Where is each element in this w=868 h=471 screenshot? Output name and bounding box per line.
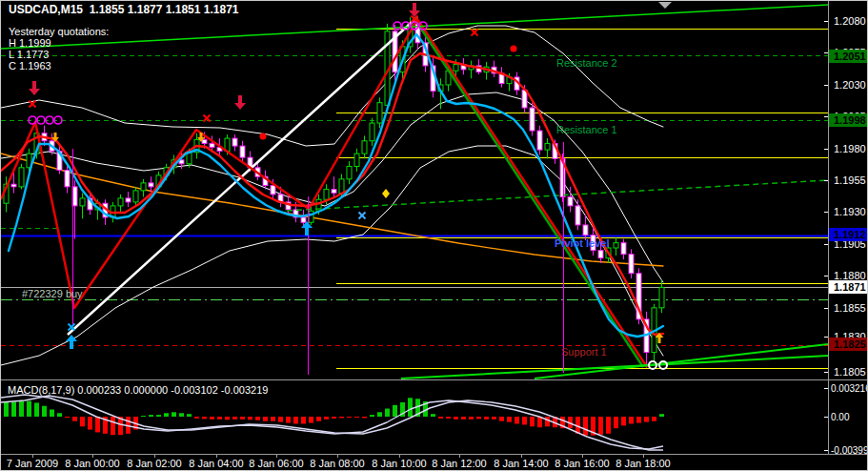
macd-bar xyxy=(179,413,184,417)
macd-axis-label: 0.00 xyxy=(831,412,850,422)
macd-bar xyxy=(286,417,291,423)
macd-bar xyxy=(255,417,260,420)
macd-bar xyxy=(484,417,489,420)
candle-bear xyxy=(522,90,527,108)
candle-bear xyxy=(210,143,214,147)
macd-bar xyxy=(88,417,92,430)
macd-bar xyxy=(431,414,435,417)
macd-bar xyxy=(263,417,268,421)
price-level-box-value: 1.1825 xyxy=(834,338,866,350)
price-axis-label: 1.1855 xyxy=(834,302,866,314)
candle-bull xyxy=(362,141,367,154)
macd-bar xyxy=(194,417,199,419)
time-axis-label: 8 Jan 00:00 xyxy=(65,458,120,469)
macd-bar xyxy=(385,409,390,417)
time-axis-label: 8 Jan 02:00 xyxy=(127,458,182,469)
macd-bar xyxy=(210,417,214,420)
price-axis-label: 1.1880 xyxy=(834,270,866,281)
price-level-box-value: 1.1998 xyxy=(834,114,866,126)
candle-bear xyxy=(232,138,237,146)
macd-bar xyxy=(141,416,146,417)
macd-bar xyxy=(42,406,47,417)
yesterday-quotations-header: Yesterday quotations: xyxy=(9,26,109,37)
macd-bar xyxy=(621,417,626,425)
macd-bar xyxy=(80,417,85,426)
yesterday-high: H 1.1999 xyxy=(9,37,51,49)
candle-bear xyxy=(530,108,535,131)
price-axis-label: 1.2080 xyxy=(834,15,866,27)
red-dot-2 xyxy=(511,46,517,52)
macd-bar xyxy=(461,417,466,420)
order-buy-label: #722329 buy xyxy=(22,288,83,299)
macd-bar xyxy=(339,417,344,418)
macd-bar xyxy=(202,417,207,419)
macd-bar xyxy=(629,417,634,423)
macd-bar xyxy=(164,413,169,417)
macd-bar xyxy=(248,417,252,420)
resistance2-label: Resistance 2 xyxy=(556,57,617,69)
macd-bar xyxy=(217,417,222,420)
candle-bear xyxy=(271,186,275,195)
yesterday-low: L 1.1773 xyxy=(9,49,49,60)
price-axis-label: 1.2030 xyxy=(834,79,866,91)
mt4-chart-window: 1.20801.20551.20301.20051.19801.19551.19… xyxy=(0,0,868,471)
pivot-label: Piviot level xyxy=(555,237,609,249)
time-axis-label: 8 Jan 12:00 xyxy=(432,458,487,469)
macd-bar xyxy=(545,417,550,426)
candle-bear xyxy=(583,225,588,236)
candle-bull xyxy=(347,166,352,178)
macd-bar xyxy=(408,398,413,417)
candle-bull xyxy=(309,211,313,222)
macd-bar xyxy=(156,415,161,417)
macd-bar xyxy=(187,414,192,417)
macd-bar xyxy=(515,417,519,423)
macd-bar xyxy=(11,402,16,417)
macd-bar xyxy=(644,417,649,422)
candle-bull xyxy=(545,143,550,150)
time-axis-label: 8 Jan 08:00 xyxy=(310,458,365,469)
candle-bull xyxy=(324,190,329,200)
macd-bar xyxy=(438,417,443,419)
candle-bear xyxy=(575,206,580,225)
macd-bar xyxy=(636,417,641,423)
macd-bar xyxy=(324,417,329,420)
macd-bar xyxy=(347,417,352,418)
candle-bull xyxy=(377,103,382,123)
candle-bear xyxy=(537,131,542,150)
macd-bar xyxy=(111,417,115,435)
time-axis-label: 7 Jan 2009 xyxy=(7,458,58,469)
macd-bar xyxy=(27,401,31,417)
macd-bar xyxy=(598,417,603,435)
macd-axis-label: -0.00399 xyxy=(831,445,867,456)
macd-bar xyxy=(522,417,527,424)
price-level-box-value: 1.2051 xyxy=(834,51,866,62)
macd-bar xyxy=(370,415,374,417)
macd-bar xyxy=(316,417,321,421)
macd-bar xyxy=(499,417,504,421)
macd-bar xyxy=(446,417,451,419)
price-level-box-value: 1.1912 xyxy=(834,229,866,240)
candle-bear xyxy=(568,197,573,206)
macd-bar xyxy=(225,417,230,420)
macd-bar xyxy=(659,414,664,417)
macd-bar xyxy=(614,417,618,428)
macd-bar xyxy=(50,410,54,417)
candle-bull xyxy=(19,168,24,187)
price-axis-label: 1.1980 xyxy=(834,143,866,154)
time-axis-label: 8 Jan 16:00 xyxy=(555,458,610,469)
yesterday-close: C 1.1963 xyxy=(9,60,51,72)
candle-bear xyxy=(202,139,207,143)
chart-canvas[interactable]: 1.20801.20551.20301.20051.19801.19551.19… xyxy=(1,1,867,470)
support1-label: Support 1 xyxy=(561,346,607,358)
time-axis-label: 8 Jan 18:00 xyxy=(616,458,671,469)
candle-bull xyxy=(354,154,359,166)
candle-bear xyxy=(629,255,634,274)
macd-bar xyxy=(606,417,611,434)
macd-bar xyxy=(232,417,237,420)
candle-bull xyxy=(614,243,618,248)
macd-bar xyxy=(293,417,298,423)
candle-bear xyxy=(126,198,131,202)
candle-bull xyxy=(659,287,664,307)
red-dot-1 xyxy=(260,133,267,140)
macd-bar xyxy=(271,417,275,421)
